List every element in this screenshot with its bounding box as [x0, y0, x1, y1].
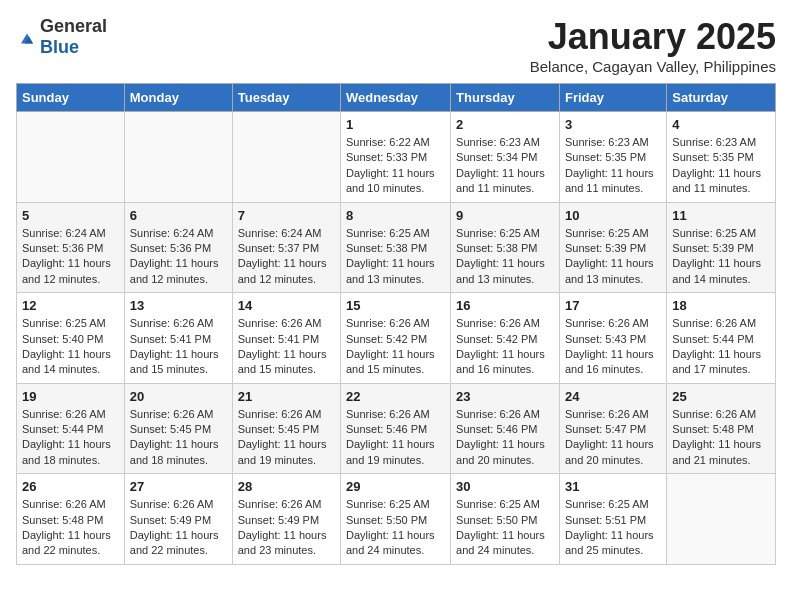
calendar-cell: 13Sunrise: 6:26 AMSunset: 5:41 PMDayligh…	[124, 293, 232, 384]
day-number: 10	[565, 208, 661, 223]
day-content: Sunrise: 6:26 AMSunset: 5:48 PMDaylight:…	[22, 497, 119, 559]
day-number: 11	[672, 208, 770, 223]
calendar-cell: 26Sunrise: 6:26 AMSunset: 5:48 PMDayligh…	[17, 474, 125, 565]
calendar-cell: 9Sunrise: 6:25 AMSunset: 5:38 PMDaylight…	[451, 202, 560, 293]
week-row-2: 12Sunrise: 6:25 AMSunset: 5:40 PMDayligh…	[17, 293, 776, 384]
day-number: 5	[22, 208, 119, 223]
calendar-cell: 15Sunrise: 6:26 AMSunset: 5:42 PMDayligh…	[340, 293, 450, 384]
calendar-table: SundayMondayTuesdayWednesdayThursdayFrid…	[16, 83, 776, 565]
calendar-cell: 16Sunrise: 6:26 AMSunset: 5:42 PMDayligh…	[451, 293, 560, 384]
calendar-cell: 7Sunrise: 6:24 AMSunset: 5:37 PMDaylight…	[232, 202, 340, 293]
day-number: 19	[22, 389, 119, 404]
day-content: Sunrise: 6:26 AMSunset: 5:42 PMDaylight:…	[456, 316, 554, 378]
month-title: January 2025	[530, 16, 776, 58]
day-number: 23	[456, 389, 554, 404]
day-number: 9	[456, 208, 554, 223]
calendar-cell: 31Sunrise: 6:25 AMSunset: 5:51 PMDayligh…	[559, 474, 666, 565]
calendar-cell: 21Sunrise: 6:26 AMSunset: 5:45 PMDayligh…	[232, 383, 340, 474]
day-number: 31	[565, 479, 661, 494]
day-content: Sunrise: 6:26 AMSunset: 5:44 PMDaylight:…	[22, 407, 119, 469]
calendar-cell: 29Sunrise: 6:25 AMSunset: 5:50 PMDayligh…	[340, 474, 450, 565]
header-day-saturday: Saturday	[667, 84, 776, 112]
header-day-friday: Friday	[559, 84, 666, 112]
day-number: 15	[346, 298, 445, 313]
calendar-cell: 20Sunrise: 6:26 AMSunset: 5:45 PMDayligh…	[124, 383, 232, 474]
calendar-cell: 1Sunrise: 6:22 AMSunset: 5:33 PMDaylight…	[340, 112, 450, 203]
calendar-cell: 4Sunrise: 6:23 AMSunset: 5:35 PMDaylight…	[667, 112, 776, 203]
day-number: 27	[130, 479, 227, 494]
calendar-cell: 12Sunrise: 6:25 AMSunset: 5:40 PMDayligh…	[17, 293, 125, 384]
day-content: Sunrise: 6:23 AMSunset: 5:34 PMDaylight:…	[456, 135, 554, 197]
calendar-cell: 3Sunrise: 6:23 AMSunset: 5:35 PMDaylight…	[559, 112, 666, 203]
day-number: 18	[672, 298, 770, 313]
calendar-cell: 14Sunrise: 6:26 AMSunset: 5:41 PMDayligh…	[232, 293, 340, 384]
header-day-wednesday: Wednesday	[340, 84, 450, 112]
day-number: 22	[346, 389, 445, 404]
day-content: Sunrise: 6:24 AMSunset: 5:36 PMDaylight:…	[22, 226, 119, 288]
day-content: Sunrise: 6:23 AMSunset: 5:35 PMDaylight:…	[672, 135, 770, 197]
calendar-cell: 23Sunrise: 6:26 AMSunset: 5:46 PMDayligh…	[451, 383, 560, 474]
day-content: Sunrise: 6:25 AMSunset: 5:40 PMDaylight:…	[22, 316, 119, 378]
header-day-tuesday: Tuesday	[232, 84, 340, 112]
logo-general: General	[40, 16, 107, 36]
day-number: 13	[130, 298, 227, 313]
calendar-cell: 30Sunrise: 6:25 AMSunset: 5:50 PMDayligh…	[451, 474, 560, 565]
calendar-cell	[124, 112, 232, 203]
day-content: Sunrise: 6:24 AMSunset: 5:36 PMDaylight:…	[130, 226, 227, 288]
calendar-cell: 5Sunrise: 6:24 AMSunset: 5:36 PMDaylight…	[17, 202, 125, 293]
day-content: Sunrise: 6:25 AMSunset: 5:50 PMDaylight:…	[456, 497, 554, 559]
calendar-cell	[17, 112, 125, 203]
day-number: 16	[456, 298, 554, 313]
day-number: 30	[456, 479, 554, 494]
day-content: Sunrise: 6:25 AMSunset: 5:39 PMDaylight:…	[672, 226, 770, 288]
day-content: Sunrise: 6:26 AMSunset: 5:43 PMDaylight:…	[565, 316, 661, 378]
calendar-body: 1Sunrise: 6:22 AMSunset: 5:33 PMDaylight…	[17, 112, 776, 565]
day-number: 6	[130, 208, 227, 223]
day-number: 1	[346, 117, 445, 132]
day-number: 26	[22, 479, 119, 494]
day-content: Sunrise: 6:26 AMSunset: 5:49 PMDaylight:…	[238, 497, 335, 559]
calendar-cell: 17Sunrise: 6:26 AMSunset: 5:43 PMDayligh…	[559, 293, 666, 384]
day-number: 17	[565, 298, 661, 313]
calendar-header: SundayMondayTuesdayWednesdayThursdayFrid…	[17, 84, 776, 112]
calendar-cell	[667, 474, 776, 565]
logo-text: General Blue	[40, 16, 107, 58]
header-day-monday: Monday	[124, 84, 232, 112]
day-number: 4	[672, 117, 770, 132]
day-content: Sunrise: 6:25 AMSunset: 5:51 PMDaylight:…	[565, 497, 661, 559]
day-content: Sunrise: 6:25 AMSunset: 5:39 PMDaylight:…	[565, 226, 661, 288]
calendar-cell: 10Sunrise: 6:25 AMSunset: 5:39 PMDayligh…	[559, 202, 666, 293]
day-number: 29	[346, 479, 445, 494]
day-content: Sunrise: 6:26 AMSunset: 5:49 PMDaylight:…	[130, 497, 227, 559]
header-row: SundayMondayTuesdayWednesdayThursdayFrid…	[17, 84, 776, 112]
calendar-cell: 2Sunrise: 6:23 AMSunset: 5:34 PMDaylight…	[451, 112, 560, 203]
logo-icon	[16, 27, 36, 47]
day-content: Sunrise: 6:26 AMSunset: 5:47 PMDaylight:…	[565, 407, 661, 469]
day-number: 2	[456, 117, 554, 132]
logo: General Blue	[16, 16, 107, 58]
day-number: 21	[238, 389, 335, 404]
day-number: 14	[238, 298, 335, 313]
calendar-cell: 19Sunrise: 6:26 AMSunset: 5:44 PMDayligh…	[17, 383, 125, 474]
week-row-1: 5Sunrise: 6:24 AMSunset: 5:36 PMDaylight…	[17, 202, 776, 293]
day-content: Sunrise: 6:26 AMSunset: 5:45 PMDaylight:…	[130, 407, 227, 469]
calendar-cell: 8Sunrise: 6:25 AMSunset: 5:38 PMDaylight…	[340, 202, 450, 293]
calendar-cell: 28Sunrise: 6:26 AMSunset: 5:49 PMDayligh…	[232, 474, 340, 565]
day-content: Sunrise: 6:26 AMSunset: 5:41 PMDaylight:…	[238, 316, 335, 378]
day-content: Sunrise: 6:26 AMSunset: 5:45 PMDaylight:…	[238, 407, 335, 469]
day-number: 24	[565, 389, 661, 404]
day-number: 3	[565, 117, 661, 132]
day-content: Sunrise: 6:24 AMSunset: 5:37 PMDaylight:…	[238, 226, 335, 288]
day-content: Sunrise: 6:22 AMSunset: 5:33 PMDaylight:…	[346, 135, 445, 197]
week-row-4: 26Sunrise: 6:26 AMSunset: 5:48 PMDayligh…	[17, 474, 776, 565]
calendar-cell: 25Sunrise: 6:26 AMSunset: 5:48 PMDayligh…	[667, 383, 776, 474]
day-number: 7	[238, 208, 335, 223]
day-number: 25	[672, 389, 770, 404]
day-number: 28	[238, 479, 335, 494]
calendar-cell: 27Sunrise: 6:26 AMSunset: 5:49 PMDayligh…	[124, 474, 232, 565]
day-content: Sunrise: 6:25 AMSunset: 5:38 PMDaylight:…	[456, 226, 554, 288]
logo-blue: Blue	[40, 37, 79, 57]
day-content: Sunrise: 6:25 AMSunset: 5:50 PMDaylight:…	[346, 497, 445, 559]
day-content: Sunrise: 6:26 AMSunset: 5:41 PMDaylight:…	[130, 316, 227, 378]
day-content: Sunrise: 6:26 AMSunset: 5:46 PMDaylight:…	[346, 407, 445, 469]
